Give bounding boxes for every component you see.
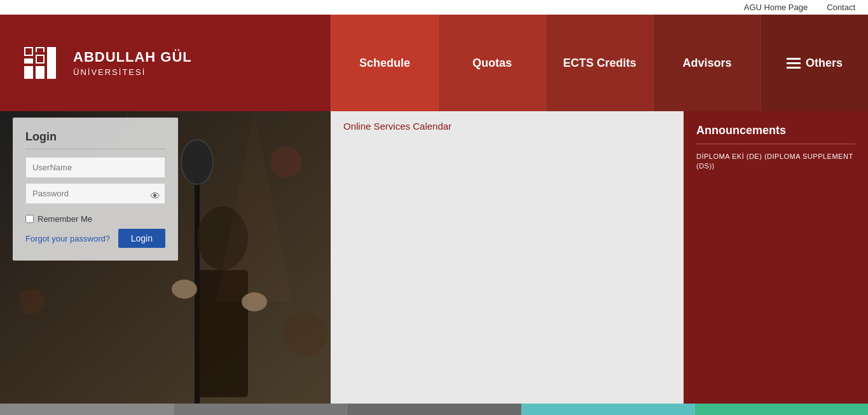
svg-rect-9	[37, 48, 43, 52]
university-name-line2: ÜNİVERSİTESİ	[73, 67, 192, 77]
university-name: ABDULLAH GÜL ÜNİVERSİTESİ	[73, 49, 192, 76]
others-inner: Others	[787, 57, 843, 70]
prerequisites-tile[interactable]: Prequistes & Corequisites	[174, 404, 347, 415]
announcement-item: DİPLOMA EKİ (DE) (DIPLOMA SUPPLEMENT (DS…	[696, 152, 855, 172]
forgot-login-row: Forgot your password? Login	[25, 229, 165, 248]
bottom-tiles: Academic Calendar Prequistes & Corequisi…	[0, 404, 868, 415]
password-input[interactable]	[25, 183, 165, 204]
svg-rect-2	[24, 58, 33, 64]
forgot-password-link[interactable]: Forgot your password?	[25, 234, 110, 243]
svg-rect-7	[47, 47, 56, 79]
login-box: Login 👁 Remember Me Forgot your password…	[13, 118, 178, 261]
remember-me-checkbox[interactable]	[25, 215, 34, 223]
header: ABDULLAH GÜL ÜNİVERSİTESİ Schedule Quota…	[0, 15, 868, 111]
online-services-calendar-title: Online Services Calendar	[343, 121, 671, 132]
center-panel: Online Services Calendar	[331, 111, 684, 404]
remember-me-label: Remember Me	[38, 214, 92, 224]
top-bar: AGU Home Page Contact	[0, 0, 868, 15]
svg-rect-8	[25, 48, 32, 55]
main-content: Login 👁 Remember Me Forgot your password…	[0, 111, 868, 404]
nav-tiles: Schedule Quotas ECTS Credits Advisors Ot…	[331, 15, 868, 111]
agu-home-link[interactable]: AGU Home Page	[744, 3, 808, 12]
registration-guide-tile[interactable]: Registration Guide	[347, 404, 521, 415]
login-button[interactable]: Login	[118, 229, 165, 248]
logo-area: ABDULLAH GÜL ÜNİVERSİTESİ	[0, 15, 331, 111]
left-panel: Login 👁 Remember Me Forgot your password…	[0, 111, 331, 404]
university-logo-icon	[19, 41, 64, 85]
password-wrapper: 👁	[25, 183, 165, 209]
login-title: Login	[25, 130, 165, 149]
nav-advisors[interactable]: Advisors	[653, 15, 761, 111]
announcements-title: Announcements	[696, 124, 855, 144]
nav-others[interactable]: Others	[761, 15, 868, 111]
toggle-password-icon[interactable]: 👁	[150, 191, 160, 202]
others-label: Others	[806, 57, 843, 70]
svg-rect-10	[37, 56, 43, 62]
username-input[interactable]	[25, 157, 165, 178]
announcements-panel: Announcements DİPLOMA EKİ (DE) (DIPLOMA …	[684, 111, 868, 404]
academic-calendar-tile[interactable]: Academic Calendar	[0, 404, 174, 415]
contact-link[interactable]: Contact	[827, 3, 855, 12]
svg-rect-6	[36, 66, 45, 79]
remember-row: Remember Me	[25, 214, 165, 224]
departmental-programs-tile[interactable]: Departmental Programs	[521, 404, 695, 415]
hamburger-icon	[787, 58, 801, 69]
nav-ects[interactable]: ECTS Credits	[546, 15, 653, 111]
svg-rect-3	[24, 66, 33, 79]
university-name-line1: ABDULLAH GÜL	[73, 49, 192, 65]
nav-schedule[interactable]: Schedule	[331, 15, 438, 111]
nav-quotas[interactable]: Quotas	[438, 15, 546, 111]
excuse-exams-tile[interactable]: E & Excuse Exams	[695, 404, 868, 415]
